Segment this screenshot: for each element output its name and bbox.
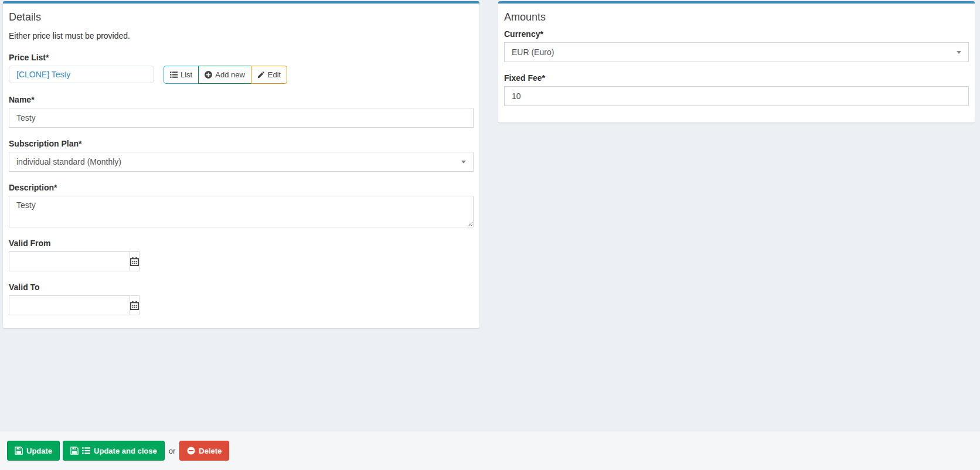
fixed-fee-input[interactable] <box>504 86 969 106</box>
price-list-label: Price List* <box>9 52 474 63</box>
price-list-button-group: List Add new Edit <box>164 66 287 84</box>
subscription-plan-value: individual standard (Monthly) <box>16 157 121 166</box>
subscription-plan-label: Subscription Plan* <box>9 138 474 149</box>
list-icon <box>170 71 178 79</box>
description-group: Description* Testy <box>9 182 474 227</box>
price-list-add-new-button[interactable]: Add new <box>198 66 251 84</box>
details-panel: Details Either price list must be provid… <box>3 1 479 328</box>
update-and-close-button-label: Update and close <box>94 447 157 455</box>
name-input[interactable] <box>9 108 474 128</box>
delete-button[interactable]: Delete <box>179 441 229 461</box>
valid-to-calendar-button[interactable] <box>130 295 139 315</box>
fixed-fee-label: Fixed Fee* <box>504 73 969 83</box>
price-list-list-label: List <box>181 69 192 80</box>
valid-to-label: Valid To <box>9 282 474 292</box>
details-panel-title: Details <box>3 4 479 29</box>
calendar-icon <box>130 257 139 266</box>
currency-group: Currency* EUR (Euro) <box>504 29 969 62</box>
currency-value: EUR (Euro) <box>512 47 554 57</box>
subscription-plan-group: Subscription Plan* individual standard (… <box>9 138 474 172</box>
name-label: Name* <box>9 94 474 105</box>
description-textarea[interactable]: Testy <box>9 196 474 227</box>
or-separator: or <box>169 447 176 455</box>
price-list-edit-label: Edit <box>268 69 281 80</box>
pencil-icon <box>257 71 265 79</box>
fixed-fee-group: Fixed Fee* <box>504 73 969 106</box>
update-button-label: Update <box>26 447 52 455</box>
description-label: Description* <box>9 182 474 193</box>
plus-circle-icon <box>205 71 212 79</box>
valid-from-group: Valid From <box>9 238 474 271</box>
price-list-group: Price List* [CLONE] Testy List <box>9 52 474 84</box>
chevron-down-icon <box>957 51 961 54</box>
amounts-panel: Amounts Currency* EUR (Euro) Fixed Fee* <box>498 1 975 122</box>
price-list-add-new-label: Add new <box>215 69 245 80</box>
list-icon <box>82 447 90 455</box>
price-list-edit-button[interactable]: Edit <box>251 66 287 84</box>
price-list-hint: Either price list must be provided. <box>9 31 474 40</box>
valid-from-input[interactable] <box>9 251 130 271</box>
action-footer: Update Update and close or Delete <box>0 431 980 470</box>
currency-select[interactable]: EUR (Euro) <box>504 42 969 62</box>
valid-from-calendar-button[interactable] <box>130 251 139 271</box>
content-area: Details Either price list must be provid… <box>3 1 975 328</box>
update-button[interactable]: Update <box>7 441 60 461</box>
save-icon <box>15 447 23 455</box>
delete-button-label: Delete <box>199 447 222 455</box>
chevron-down-icon <box>461 161 466 164</box>
price-list-list-button[interactable]: List <box>164 66 199 84</box>
currency-label: Currency* <box>504 29 969 39</box>
valid-to-input[interactable] <box>9 295 130 315</box>
amounts-panel-title: Amounts <box>498 4 975 29</box>
save-icon <box>70 447 79 455</box>
name-group: Name* <box>9 94 474 128</box>
update-and-close-button[interactable]: Update and close <box>63 441 165 461</box>
minus-circle-icon <box>187 447 195 455</box>
valid-from-label: Valid From <box>9 238 474 248</box>
subscription-plan-select[interactable]: individual standard (Monthly) <box>9 152 474 172</box>
valid-to-group: Valid To <box>9 282 474 315</box>
price-list-value[interactable]: [CLONE] Testy <box>9 66 154 83</box>
calendar-icon <box>130 301 139 310</box>
